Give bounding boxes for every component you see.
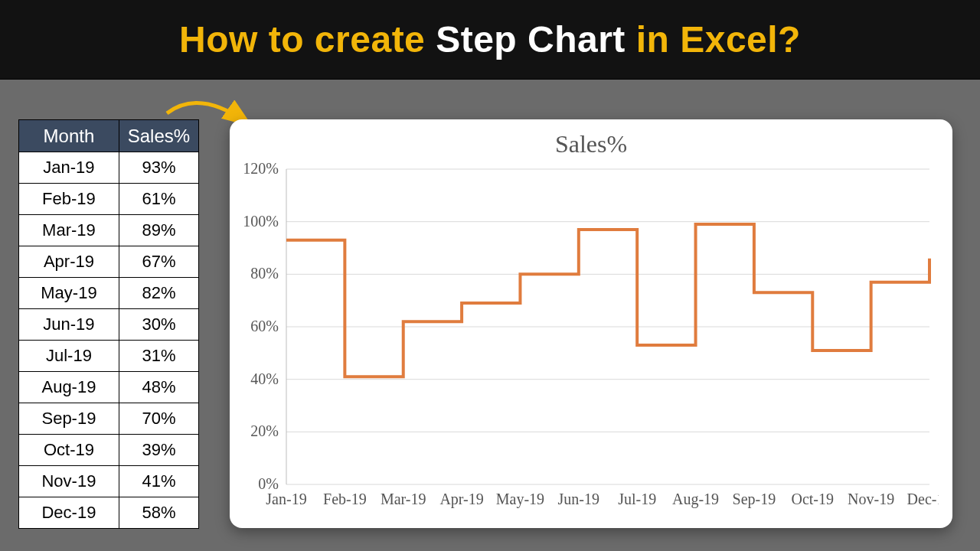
cell-value: 61%: [119, 184, 198, 214]
svg-text:20%: 20%: [250, 422, 279, 439]
table-row: Feb-1961%: [19, 183, 198, 214]
table-row: Oct-1939%: [19, 434, 198, 465]
table-row: Jul-1931%: [19, 340, 198, 371]
table-row: Dec-1958%: [19, 497, 198, 528]
step-chart: 0%20%40%60%80%100%120%Jan-19Feb-19Mar-19…: [243, 161, 939, 514]
content-area: Month Sales% Jan-1993%Feb-1961%Mar-1989%…: [0, 80, 980, 551]
cell-month: Sep-19: [19, 403, 119, 434]
table-row: Aug-1948%: [19, 371, 198, 403]
svg-text:100%: 100%: [243, 213, 279, 230]
cell-value: 58%: [119, 497, 198, 528]
cell-value: 48%: [119, 372, 198, 403]
cell-month: Jun-19: [19, 309, 119, 340]
cell-month: May-19: [19, 278, 119, 308]
chart-title: Sales%: [243, 130, 939, 158]
table-row: Sep-1970%: [19, 403, 198, 434]
data-table: Month Sales% Jan-1993%Feb-1961%Mar-1989%…: [18, 119, 199, 529]
title-part-1: How to create: [179, 19, 436, 60]
table-row: Mar-1989%: [19, 214, 198, 246]
title-part-2: Step Chart: [436, 19, 626, 60]
svg-text:Oct-19: Oct-19: [791, 491, 834, 507]
svg-text:Dec-19: Dec-19: [907, 491, 939, 507]
cell-month: Apr-19: [19, 246, 119, 277]
table-row: Nov-1941%: [19, 465, 198, 497]
page-title: How to create Step Chart in Excel?: [179, 18, 801, 60]
svg-text:Mar-19: Mar-19: [381, 491, 426, 507]
title-bar: How to create Step Chart in Excel?: [0, 0, 980, 80]
cell-month: Mar-19: [19, 215, 119, 246]
header-value: Sales%: [119, 120, 198, 152]
cell-value: 39%: [119, 435, 198, 465]
svg-text:80%: 80%: [250, 265, 279, 282]
chart-card: Sales% 0%20%40%60%80%100%120%Jan-19Feb-1…: [230, 119, 952, 528]
cell-value: 93%: [119, 152, 198, 183]
cell-month: Oct-19: [19, 435, 119, 465]
cell-month: Jul-19: [19, 341, 119, 371]
header-month: Month: [19, 120, 119, 152]
table-row: Jan-1993%: [19, 152, 198, 183]
cell-value: 89%: [119, 215, 198, 246]
cell-month: Jan-19: [19, 152, 119, 183]
cell-value: 67%: [119, 246, 198, 277]
cell-value: 41%: [119, 466, 198, 497]
svg-text:0%: 0%: [258, 475, 279, 492]
svg-text:Jan-19: Jan-19: [266, 491, 306, 507]
table-row: Jun-1930%: [19, 308, 198, 340]
cell-month: Nov-19: [19, 466, 119, 497]
cell-value: 70%: [119, 403, 198, 434]
title-part-3: in Excel?: [626, 19, 801, 60]
svg-text:May-19: May-19: [496, 491, 544, 508]
cell-month: Aug-19: [19, 372, 119, 403]
cell-month: Feb-19: [19, 184, 119, 214]
svg-text:60%: 60%: [250, 318, 279, 334]
table-header-row: Month Sales%: [19, 120, 198, 152]
svg-text:Feb-19: Feb-19: [323, 491, 367, 507]
table-row: May-1982%: [19, 277, 198, 308]
svg-text:Nov-19: Nov-19: [848, 491, 894, 507]
table-row: Apr-1967%: [19, 246, 198, 277]
cell-value: 30%: [119, 309, 198, 340]
svg-text:Jul-19: Jul-19: [618, 491, 656, 507]
svg-text:Jun-19: Jun-19: [558, 491, 599, 507]
svg-text:Aug-19: Aug-19: [672, 491, 719, 508]
svg-text:Apr-19: Apr-19: [439, 491, 483, 508]
cell-month: Dec-19: [19, 497, 119, 528]
svg-text:40%: 40%: [250, 370, 279, 387]
cell-value: 31%: [119, 341, 198, 371]
cell-value: 82%: [119, 278, 198, 308]
svg-text:120%: 120%: [243, 161, 279, 177]
svg-text:Sep-19: Sep-19: [733, 491, 776, 508]
